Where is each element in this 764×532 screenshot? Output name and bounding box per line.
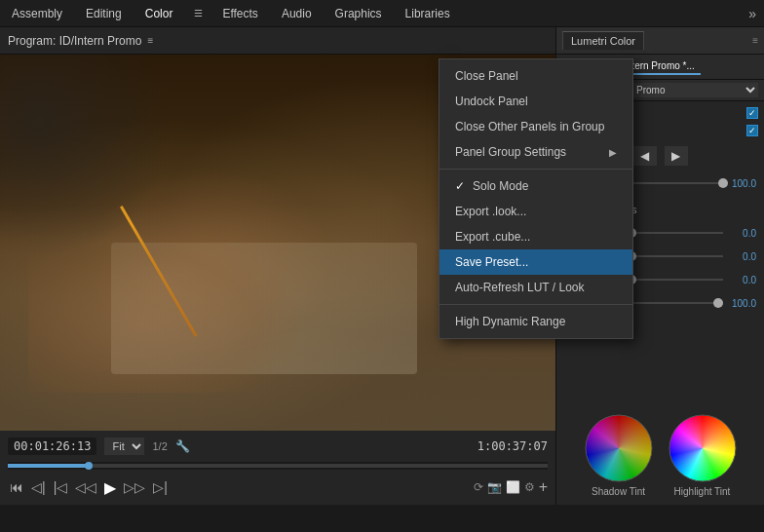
undock-panel-content: Undock Panel	[455, 95, 528, 108]
program-panel-menu-icon[interactable]: ≡	[147, 35, 153, 46]
timecode-row: 00:01:26:13 Fit 1/2 🔧 1:00:37:07	[8, 435, 548, 458]
undock-panel-label: Undock Panel	[455, 95, 528, 108]
menu-item-audio[interactable]: Audio	[278, 5, 316, 22]
high-dynamic-range-label: High Dynamic Range	[455, 315, 565, 328]
mark-in-btn[interactable]: |◁	[52, 479, 70, 495]
context-solo-mode[interactable]: ✓ Solo Mode	[439, 173, 632, 199]
solo-mode-content: ✓ Solo Mode	[455, 179, 528, 193]
transport-group: ⏮ ◁| |◁ ◁◁ ▶ ▷▷ ▷|	[8, 478, 170, 497]
context-save-preset[interactable]: Save Preset...	[439, 249, 632, 275]
close-panel-label: Close Panel	[455, 69, 518, 83]
menu-item-color[interactable]: Color	[141, 5, 177, 22]
progress-bar-fill	[8, 464, 89, 468]
intensity-thumb[interactable]	[718, 178, 728, 188]
saturation-value: 100.0	[727, 298, 756, 309]
timecode-out: 1:00:37:07	[478, 439, 548, 453]
nav-next-btn[interactable]: ▶	[665, 146, 688, 166]
sharpen-value: 0.0	[727, 251, 756, 262]
export-frame-btn[interactable]: ⬜	[506, 480, 520, 494]
solo-mode-check-icon: ✓	[455, 179, 465, 193]
intensity-track[interactable]	[622, 182, 723, 184]
close-other-panels-content: Close Other Panels in Group	[455, 120, 604, 133]
checkbox-1[interactable]	[746, 107, 758, 119]
settings-icon[interactable]: 🔧	[175, 439, 190, 453]
save-preset-content: Save Preset...	[455, 255, 528, 269]
progress-bar-track[interactable]	[8, 464, 548, 468]
program-panel-title: Program: ID/Intern Promo ≡	[8, 34, 153, 48]
faded-film-track[interactable]	[631, 232, 723, 234]
highlight-color-wheel[interactable]	[668, 414, 737, 482]
faded-film-value: 0.0	[727, 228, 756, 239]
wheels-area: Shadow Tint	[556, 406, 764, 505]
lumetri-header-row: Lumetri Color ≡	[556, 27, 764, 55]
export-cube-label: Export .cube...	[455, 230, 530, 244]
transport-row: ⏮ ◁| |◁ ◁◁ ▶ ▷▷ ▷| ⟳ 📷 ⬜ ⚙ +	[8, 474, 548, 501]
play-btn[interactable]: ▶	[102, 478, 118, 497]
main-area: Program: ID/Intern Promo ≡	[0, 27, 764, 505]
go-to-start-btn[interactable]: ⏮	[8, 479, 25, 495]
program-title-text: Program: ID/Intern Promo	[8, 34, 141, 48]
transport-extras: ⟳ 📷 ⬜ ⚙ +	[474, 478, 548, 496]
menu-item-assembly[interactable]: Assembly	[8, 5, 66, 22]
context-undock-panel[interactable]: Undock Panel	[439, 89, 632, 114]
video-controls: 00:01:26:13 Fit 1/2 🔧 1:00:37:07 ⏮	[0, 431, 555, 505]
menu-item-editing[interactable]: Editing	[82, 5, 126, 22]
saturation-track[interactable]	[631, 302, 723, 304]
color-panel-icon: ☰	[194, 8, 203, 19]
export-cube-content: Export .cube...	[455, 230, 530, 244]
highlight-wheel-container: Highlight Tint	[668, 414, 737, 497]
menu-item-effects[interactable]: Effects	[218, 5, 261, 22]
vibrance-track[interactable]	[631, 279, 723, 281]
step-back-btn[interactable]: ◁|	[29, 479, 48, 495]
submenu-arrow-icon: ▶	[609, 147, 617, 158]
close-panel-content: Close Panel	[455, 69, 518, 83]
highlight-wheel-label: Highlight Tint	[674, 486, 731, 497]
timecode-in[interactable]: 00:01:26:13	[8, 437, 96, 455]
camera-btn[interactable]: 📷	[487, 480, 502, 494]
solo-mode-label: Solo Mode	[473, 179, 528, 193]
separator-2	[439, 304, 632, 305]
add-btn[interactable]: +	[539, 478, 548, 496]
context-close-panel[interactable]: Close Panel	[439, 63, 632, 89]
progress-bar-row[interactable]	[8, 462, 548, 470]
page-indicator: 1/2	[152, 440, 167, 452]
shadow-color-wheel[interactable]	[585, 414, 653, 482]
context-export-look[interactable]: Export .look...	[439, 199, 632, 224]
sharpen-track[interactable]	[631, 255, 723, 257]
panel-group-settings-label: Panel Group Settings	[455, 145, 566, 159]
auto-refresh-label: Auto-Refresh LUT / Look	[455, 281, 585, 294]
lumetri-menu-icon[interactable]: ≡	[752, 35, 758, 46]
high-dynamic-range-content: High Dynamic Range	[455, 315, 565, 328]
context-menu: Close Panel Undock Panel Close Other Pan…	[439, 58, 633, 339]
fit-select[interactable]: Fit	[104, 437, 144, 455]
step-backward-btn[interactable]: ◁◁	[73, 479, 98, 495]
menu-bar: Assembly Editing Color ☰ Effects Audio G…	[0, 0, 764, 27]
menu-item-graphics[interactable]: Graphics	[331, 5, 386, 22]
export-look-content: Export .look...	[455, 205, 526, 218]
menu-overflow-icon[interactable]: »	[748, 6, 756, 21]
mark-out-btn[interactable]: ▷|	[151, 479, 170, 495]
settings-btn[interactable]: ⚙	[524, 480, 535, 494]
program-panel-header: Program: ID/Intern Promo ≡	[0, 27, 555, 55]
shadow-wheel-label: Shadow Tint	[592, 486, 645, 497]
shadow-wheel-container: Shadow Tint	[585, 414, 653, 497]
jacket-visual	[0, 55, 195, 281]
intensity-value: 100.0	[727, 178, 756, 189]
save-preset-label: Save Preset...	[455, 255, 528, 269]
menu-item-libraries[interactable]: Libraries	[401, 5, 454, 22]
context-high-dynamic-range[interactable]: High Dynamic Range	[439, 309, 632, 334]
saturation-thumb[interactable]	[713, 298, 723, 308]
close-other-panels-label: Close Other Panels in Group	[455, 120, 604, 133]
checkbox-2[interactable]	[746, 125, 758, 136]
nav-prev-btn[interactable]: ◀	[633, 146, 657, 166]
loop-btn[interactable]: ⟳	[474, 480, 483, 494]
context-panel-group-settings[interactable]: Panel Group Settings ▶	[439, 139, 632, 165]
separator-1	[439, 169, 632, 170]
context-close-other-panels[interactable]: Close Other Panels in Group	[439, 114, 632, 139]
context-export-cube[interactable]: Export .cube...	[439, 224, 632, 249]
lumetri-color-tab[interactable]: Lumetri Color	[562, 31, 644, 50]
vibrance-value: 0.0	[727, 275, 756, 285]
step-forward-btn[interactable]: ▷▷	[122, 479, 147, 495]
panel-group-settings-content: Panel Group Settings	[455, 145, 566, 159]
context-auto-refresh[interactable]: Auto-Refresh LUT / Look	[439, 275, 632, 300]
